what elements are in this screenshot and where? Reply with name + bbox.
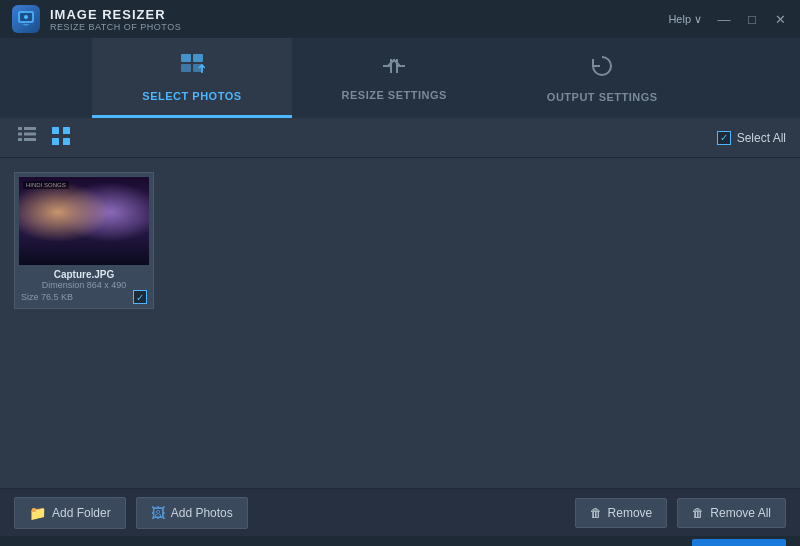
svg-rect-16 [63,138,70,145]
grid-view-button[interactable] [48,125,74,151]
svg-rect-11 [18,138,22,141]
help-button[interactable]: Help ∨ [668,13,702,26]
add-folder-button[interactable]: 📁 Add Folder [14,497,126,529]
add-photos-button[interactable]: 🖼 Add Photos [136,497,248,529]
svg-rect-14 [63,127,70,134]
window-controls: — □ ✕ [716,11,788,27]
select-all-checkbox[interactable] [717,131,731,145]
remove-button[interactable]: 🗑 Remove [575,498,668,528]
svg-rect-12 [24,138,36,141]
svg-point-2 [24,15,28,19]
app-name: IMAGE RESIZER [50,7,181,22]
svg-rect-5 [181,64,191,72]
svg-rect-3 [181,54,191,62]
photo-thumbnail: HINDI SONGS [19,177,149,265]
title-bar-right: Help ∨ — □ ✕ [668,11,788,27]
folder-icon: 📁 [29,505,46,521]
select-photos-icon [179,52,205,84]
status-bar: ✓ Registered Version Batch Count : 1 | B… [0,536,800,546]
tab-resize-settings[interactable]: RESIZE SETTINGS [292,38,497,118]
svg-rect-4 [193,54,203,62]
svg-rect-9 [18,132,22,135]
tab-resize-settings-label: RESIZE SETTINGS [342,89,447,101]
svg-rect-15 [52,138,59,145]
title-bar: IMAGE RESIZER RESIZE BATCH OF PHOTOS Hel… [0,0,800,38]
view-buttons [14,125,74,151]
photo-dimension: Dimension 864 x 490 [42,280,127,290]
svg-rect-8 [24,127,36,130]
svg-rect-7 [18,127,22,130]
app-subtitle: RESIZE BATCH OF PHOTOS [50,22,181,32]
tab-output-settings[interactable]: OUTPUT SETTINGS [497,38,708,118]
tab-bar: SELECT PHOTOS RESIZE SETTINGS OUTPUT SET… [0,38,800,118]
svg-rect-13 [52,127,59,134]
select-all-area[interactable]: Select All [717,131,786,145]
maximize-button[interactable]: □ [744,11,760,27]
photo-size: Size 76.5 KB [21,292,73,302]
thumb-background [19,177,149,265]
app-icon [12,5,40,33]
app-title-block: IMAGE RESIZER RESIZE BATCH OF PHOTOS [50,7,181,32]
list-view-button[interactable] [14,125,40,151]
photo-footer: Size 76.5 KB [19,290,149,304]
next-button[interactable]: Next › [692,539,786,546]
close-button[interactable]: ✕ [772,11,788,27]
minimize-button[interactable]: — [716,11,732,27]
resize-settings-icon [381,55,407,83]
output-settings-icon [589,53,615,85]
photo-select-checkbox[interactable] [133,290,147,304]
photo-name: Capture.JPG [54,269,115,280]
tab-output-settings-label: OUTPUT SETTINGS [547,91,658,103]
tab-select-photos[interactable]: SELECT PHOTOS [92,38,291,118]
action-bar: 📁 Add Folder 🖼 Add Photos 🗑 Remove 🗑 Rem… [0,488,800,536]
trash-all-icon: 🗑 [692,506,704,520]
svg-rect-10 [24,132,36,135]
add-photo-icon: 🖼 [151,505,165,521]
trash-icon: 🗑 [590,506,602,520]
thumb-overlay-text: HINDI SONGS [23,181,69,189]
toolbar: Select All [0,118,800,158]
remove-all-button[interactable]: 🗑 Remove All [677,498,786,528]
tab-select-photos-label: SELECT PHOTOS [142,90,241,102]
content-area: HINDI SONGS Capture.JPG Dimension 864 x … [0,158,800,488]
select-all-label: Select All [737,131,786,145]
title-bar-left: IMAGE RESIZER RESIZE BATCH OF PHOTOS [12,5,181,33]
photo-item[interactable]: HINDI SONGS Capture.JPG Dimension 864 x … [14,172,154,309]
